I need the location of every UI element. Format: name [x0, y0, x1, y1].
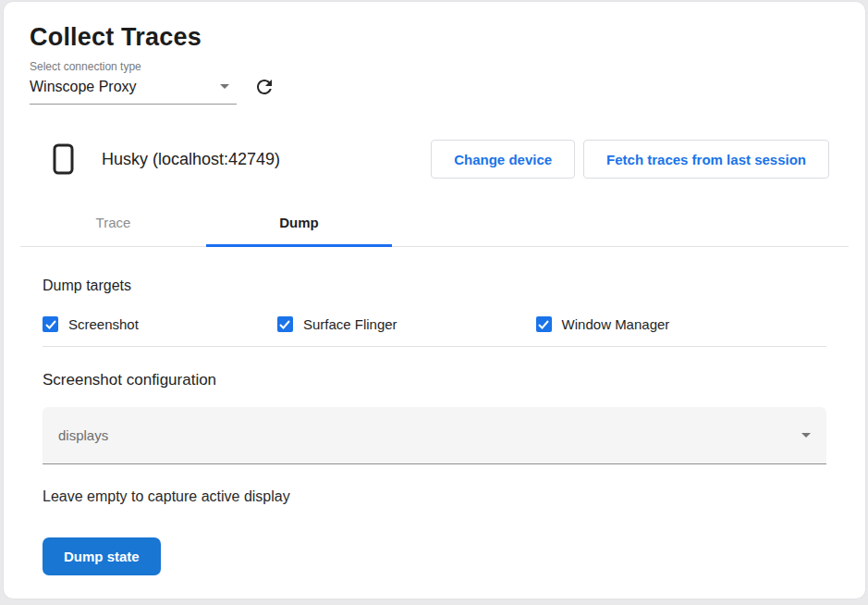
smartphone-icon — [53, 143, 74, 175]
screenshot-config-heading: Screenshot configuration — [43, 371, 826, 389]
collect-traces-card: Collect Traces Select connection type Wi… — [4, 2, 865, 599]
checkbox-label: Surface Flinger — [303, 316, 397, 332]
dump-targets-heading: Dump targets — [43, 278, 826, 294]
refresh-connection-button[interactable] — [252, 75, 276, 99]
displays-field-label: displays — [58, 427, 108, 443]
chevron-down-icon — [801, 433, 811, 438]
active-tab-indicator — [206, 244, 392, 247]
connection-row: Winscope Proxy — [30, 78, 839, 105]
checkbox-checked-icon — [536, 316, 552, 332]
chevron-down-icon — [220, 84, 229, 89]
checkbox-surface-flinger[interactable]: Surface Flinger — [277, 316, 397, 332]
tab-trace[interactable]: Trace — [20, 199, 206, 246]
checkbox-screenshot[interactable]: Screenshot — [43, 316, 139, 332]
displays-hint-text: Leave empty to capture active display — [43, 488, 826, 505]
checkbox-checked-icon — [277, 316, 293, 332]
header: Collect Traces Select connection type Wi… — [4, 2, 865, 105]
displays-select-field[interactable]: displays — [43, 407, 826, 464]
dump-tab-content: Dump targets Screenshot Surface Flinger … — [20, 278, 849, 575]
connection-type-select[interactable]: Winscope Proxy — [30, 78, 237, 105]
page-title: Collect Traces — [30, 22, 839, 52]
fetch-traces-button[interactable]: Fetch traces from last session — [583, 140, 829, 179]
dump-targets-row: Screenshot Surface Flinger Window Manage… — [43, 316, 826, 332]
checkbox-window-manager[interactable]: Window Manager — [536, 316, 670, 332]
change-device-button[interactable]: Change device — [431, 140, 575, 179]
device-row: Husky (localhost:42749) Change device Fe… — [4, 140, 865, 179]
device-name: Husky (localhost:42749) — [102, 150, 280, 169]
checkbox-label: Screenshot — [68, 316, 139, 332]
connection-type-label: Select connection type — [30, 60, 839, 73]
tab-header: Trace Dump — [20, 199, 849, 247]
connection-type-value: Winscope Proxy — [30, 78, 137, 95]
checkbox-label: Window Manager — [562, 316, 670, 332]
tab-dump[interactable]: Dump — [206, 199, 392, 246]
checkbox-checked-icon — [43, 316, 58, 332]
dump-state-button[interactable]: Dump state — [43, 537, 161, 575]
section-divider — [43, 346, 826, 347]
refresh-icon — [253, 76, 275, 98]
